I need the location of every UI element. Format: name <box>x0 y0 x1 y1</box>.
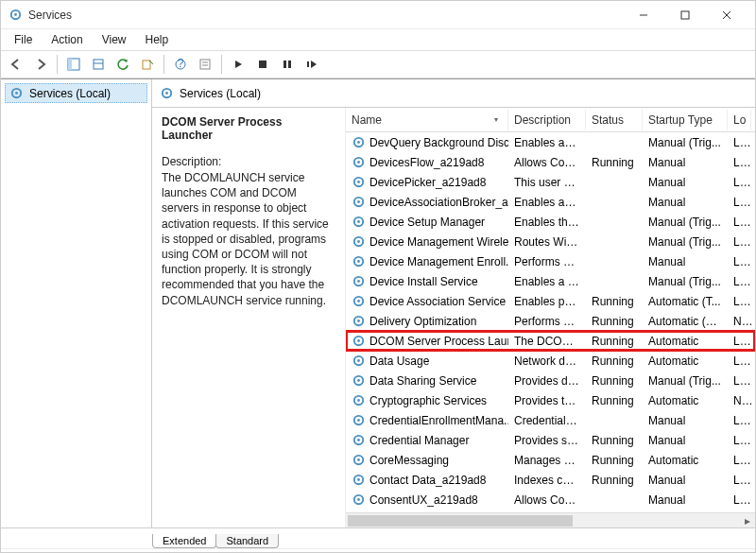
service-icon <box>352 254 366 268</box>
pause-service-button[interactable] <box>276 53 299 76</box>
service-startup: Manual <box>643 176 728 189</box>
close-button[interactable] <box>706 2 747 28</box>
refresh-button[interactable] <box>112 53 134 76</box>
service-startup: Manual (Trig... <box>643 275 728 288</box>
export-list-button[interactable] <box>87 53 110 76</box>
service-row[interactable]: DevQuery Background Disc...Enables app..… <box>346 132 755 152</box>
stop-service-button[interactable] <box>251 53 274 76</box>
toolbar: ? <box>1 50 755 78</box>
service-startup: Automatic (D... <box>643 315 728 328</box>
horizontal-scrollbar[interactable]: ◂ ▸ <box>346 512 755 527</box>
service-description: Enables pair... <box>508 295 586 308</box>
menu-view[interactable]: View <box>93 31 136 48</box>
service-startup: Manual (Trig... <box>643 374 728 388</box>
description-text: The DCOMLAUNCH service launches COM and … <box>162 170 335 308</box>
back-button[interactable] <box>5 53 27 76</box>
service-row[interactable]: CredentialEnrollmentMana...Credential E.… <box>346 410 755 430</box>
minimize-button[interactable] <box>623 2 664 28</box>
col-name[interactable]: Name▾ <box>346 110 508 130</box>
col-log-on-as[interactable]: Lo <box>728 110 751 130</box>
service-description: Enables a c... <box>508 275 586 288</box>
col-status[interactable]: Status <box>586 110 643 130</box>
service-row[interactable]: Device Management Wirele...Routes Wire..… <box>346 232 755 251</box>
service-name: DCOM Server Process Laun... <box>369 335 508 348</box>
service-row[interactable]: Device Setup ManagerEnables the ...Manua… <box>346 212 755 232</box>
tab-extended[interactable]: Extended <box>152 534 216 548</box>
separator <box>221 55 222 74</box>
service-row[interactable]: DCOM Server Process Laun...The DCOML...R… <box>346 331 755 351</box>
svg-rect-10 <box>143 60 150 69</box>
service-icon <box>352 294 366 308</box>
export-button[interactable] <box>136 53 159 76</box>
service-startup: Manual <box>643 474 728 487</box>
col-description[interactable]: Description <box>508 110 586 130</box>
menubar: File Action View Help <box>1 29 755 50</box>
menu-action[interactable]: Action <box>42 31 92 48</box>
service-icon <box>352 373 366 388</box>
service-status: Running <box>586 434 643 447</box>
service-description: The DCOML... <box>508 335 586 348</box>
service-row[interactable]: ConsentUX_a219ad8Allows Con...ManualLo <box>346 490 755 510</box>
service-startup: Manual (Trig... <box>643 235 728 249</box>
svg-rect-19 <box>307 61 309 67</box>
menu-help[interactable]: Help <box>136 31 179 48</box>
separator <box>163 55 164 74</box>
scroll-right-icon[interactable]: ▸ <box>740 513 755 528</box>
service-row[interactable]: Credential ManagerProvides se...RunningM… <box>346 430 755 450</box>
service-row[interactable]: Cryptographic ServicesProvides thr...Run… <box>346 390 755 410</box>
service-logon: Ne <box>728 315 751 328</box>
service-name: Data Usage <box>369 354 429 368</box>
maximize-button[interactable] <box>664 2 706 28</box>
service-startup: Manual <box>643 196 728 209</box>
start-service-button[interactable] <box>227 53 249 76</box>
service-row[interactable]: Data UsageNetwork da...RunningAutomaticL… <box>346 351 755 371</box>
service-name: Device Install Service <box>369 275 478 288</box>
service-startup: Manual <box>643 156 728 169</box>
svg-point-39 <box>357 280 360 283</box>
service-logon: Lo <box>728 176 751 189</box>
service-row[interactable]: DeviceAssociationBroker_a2...Enables app… <box>346 192 755 212</box>
show-hide-tree-button[interactable] <box>62 53 85 76</box>
service-logon: Lo <box>728 474 751 487</box>
service-logon: Lo <box>728 295 751 308</box>
service-logon: Lo <box>728 235 751 249</box>
service-row[interactable]: Delivery OptimizationPerforms co...Runni… <box>346 311 755 331</box>
service-description: Allows Con... <box>508 493 586 507</box>
menu-file[interactable]: File <box>5 31 42 48</box>
service-row[interactable]: CoreMessagingManages co...RunningAutomat… <box>346 450 755 470</box>
service-icon <box>352 234 366 249</box>
service-logon: Lo <box>728 196 751 209</box>
service-description: Routes Wire... <box>508 235 586 249</box>
service-row[interactable]: Device Management Enroll...Performs D...… <box>346 251 755 271</box>
nav-item-services-local[interactable]: Services (Local) <box>5 83 147 103</box>
svg-point-57 <box>357 458 360 461</box>
svg-point-29 <box>357 181 360 183</box>
service-row[interactable]: DevicesFlow_a219ad8Allows Con...RunningM… <box>346 152 755 172</box>
services-icon <box>9 86 24 100</box>
service-logon: Lo <box>728 454 751 467</box>
service-row[interactable]: Data Sharing ServiceProvides da...Runnin… <box>346 371 755 390</box>
service-name: Data Sharing Service <box>369 374 476 388</box>
service-logon: Lo <box>728 493 751 507</box>
service-row[interactable]: DevicePicker_a219ad8This user ser...Manu… <box>346 172 755 192</box>
col-startup-type[interactable]: Startup Type <box>643 110 728 130</box>
content: Services (Local) Services (Local) DCOM S… <box>1 78 755 527</box>
tab-standard[interactable]: Standard <box>215 534 279 548</box>
service-row[interactable]: Device Install ServiceEnables a c...Manu… <box>346 271 755 291</box>
service-row[interactable]: Device Association ServiceEnables pair..… <box>346 291 755 311</box>
service-description: Provides thr... <box>508 394 586 407</box>
forward-button[interactable] <box>29 53 52 76</box>
services-icon <box>160 86 174 100</box>
titlebar: Services <box>1 1 755 29</box>
service-description: Enables the ... <box>508 216 586 229</box>
service-description: Enables app... <box>508 196 586 209</box>
service-description: Manages co... <box>508 454 586 467</box>
service-row[interactable]: Contact Data_a219ad8Indexes con...Runnin… <box>346 470 755 490</box>
restart-service-button[interactable] <box>301 53 323 76</box>
service-name: Device Management Wirele... <box>369 235 508 249</box>
properties-button[interactable] <box>194 53 216 76</box>
service-startup: Automatic (T... <box>643 295 728 308</box>
scroll-thumb[interactable] <box>348 515 573 527</box>
help-button[interactable]: ? <box>169 53 192 76</box>
service-status: Running <box>586 295 643 308</box>
